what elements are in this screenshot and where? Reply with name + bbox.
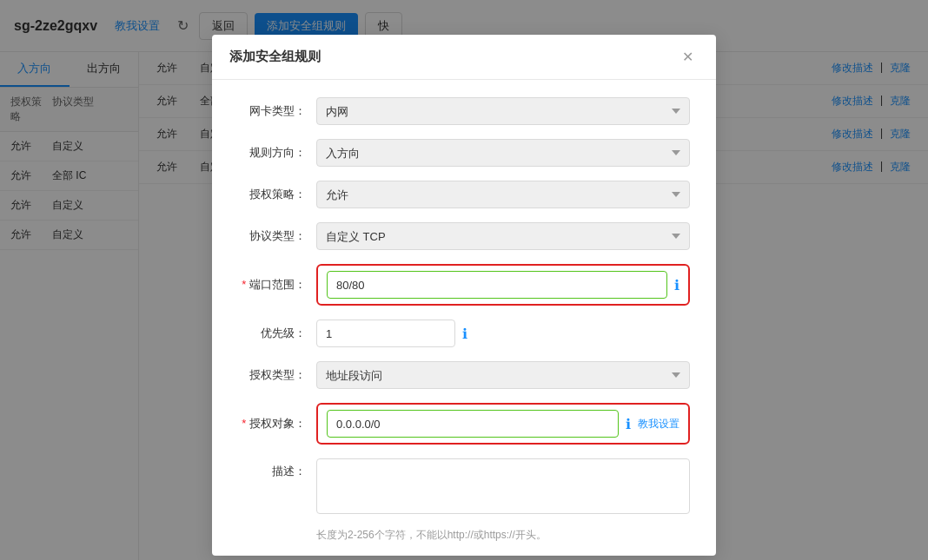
- port-range-input[interactable]: [327, 271, 667, 299]
- nic-type-select[interactable]: 内网: [316, 97, 690, 125]
- priority-info-icon: ℹ: [462, 326, 467, 342]
- auth-target-input[interactable]: [327, 410, 619, 438]
- auth-highlight-box: ℹ 教我设置: [316, 403, 690, 445]
- policy-label: 授权策略：: [238, 187, 316, 202]
- auth-target-row: * 授权对象： ℹ 教我设置: [238, 403, 690, 445]
- port-highlight-box: ℹ: [316, 264, 690, 306]
- auth-type-select[interactable]: 地址段访问: [316, 361, 690, 389]
- modal-title: 添加安全组规则: [229, 49, 321, 65]
- priority-input[interactable]: [316, 320, 455, 347]
- modal-dialog: 添加安全组规则 ✕ 网卡类型： 内网 规则方向： 入方向 授权策略：: [212, 35, 716, 556]
- desc-row: 描述：: [238, 458, 690, 514]
- direction-label: 规则方向：: [238, 145, 316, 161]
- modal-overlay[interactable]: 添加安全组规则 ✕ 网卡类型： 内网 规则方向： 入方向 授权策略：: [0, 0, 928, 560]
- protocol-label: 协议类型：: [238, 228, 316, 244]
- modal-body: 网卡类型： 内网 规则方向： 入方向 授权策略： 允许: [212, 80, 716, 560]
- port-info-icon: ℹ: [674, 277, 679, 293]
- protocol-select[interactable]: 自定义 TCP: [316, 222, 690, 250]
- auth-type-label: 授权类型：: [238, 367, 316, 383]
- nic-type-label: 网卡类型：: [238, 103, 316, 119]
- policy-row: 授权策略： 允许: [238, 181, 690, 208]
- auth-hint-link[interactable]: 教我设置: [638, 417, 679, 432]
- desc-hint: 长度为2-256个字符，不能以http://或https://开头。: [238, 528, 690, 543]
- port-range-row: * 端口范围： ℹ: [238, 264, 690, 306]
- priority-label: 优先级：: [238, 326, 316, 341]
- desc-textarea[interactable]: [316, 458, 690, 514]
- modal-header: 添加安全组规则 ✕: [212, 35, 716, 80]
- priority-row: 优先级： ℹ: [238, 320, 690, 347]
- port-range-label: * 端口范围：: [238, 277, 316, 293]
- desc-label: 描述：: [238, 458, 316, 479]
- direction-row: 规则方向： 入方向: [238, 139, 690, 167]
- protocol-row: 协议类型： 自定义 TCP: [238, 222, 690, 250]
- auth-type-row: 授权类型： 地址段访问: [238, 361, 690, 389]
- modal-close-button[interactable]: ✕: [677, 47, 699, 67]
- policy-select[interactable]: 允许: [316, 181, 690, 208]
- direction-select[interactable]: 入方向: [316, 139, 690, 167]
- auth-target-info-icon: ℹ: [626, 416, 631, 432]
- nic-type-row: 网卡类型： 内网: [238, 97, 690, 125]
- auth-target-label: * 授权对象：: [238, 416, 316, 432]
